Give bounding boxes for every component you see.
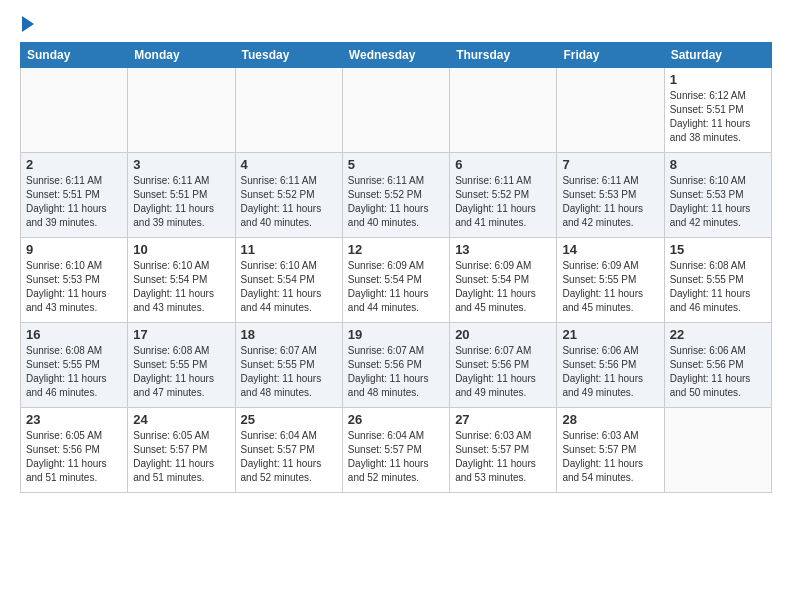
calendar-day-cell: 20Sunrise: 6:07 AM Sunset: 5:56 PM Dayli… — [450, 323, 557, 408]
day-info: Sunrise: 6:09 AM Sunset: 5:55 PM Dayligh… — [562, 259, 658, 315]
day-number: 16 — [26, 327, 122, 342]
day-number: 10 — [133, 242, 229, 257]
calendar-week-row: 1Sunrise: 6:12 AM Sunset: 5:51 PM Daylig… — [21, 68, 772, 153]
calendar-day-cell: 7Sunrise: 6:11 AM Sunset: 5:53 PM Daylig… — [557, 153, 664, 238]
day-number: 28 — [562, 412, 658, 427]
day-info: Sunrise: 6:08 AM Sunset: 5:55 PM Dayligh… — [133, 344, 229, 400]
day-info: Sunrise: 6:10 AM Sunset: 5:54 PM Dayligh… — [241, 259, 337, 315]
day-number: 6 — [455, 157, 551, 172]
calendar-day-cell: 27Sunrise: 6:03 AM Sunset: 5:57 PM Dayli… — [450, 408, 557, 493]
logo-triangle-icon — [22, 16, 34, 32]
day-number: 13 — [455, 242, 551, 257]
day-number: 21 — [562, 327, 658, 342]
calendar-week-row: 23Sunrise: 6:05 AM Sunset: 5:56 PM Dayli… — [21, 408, 772, 493]
calendar-day-cell: 19Sunrise: 6:07 AM Sunset: 5:56 PM Dayli… — [342, 323, 449, 408]
calendar-day-cell: 11Sunrise: 6:10 AM Sunset: 5:54 PM Dayli… — [235, 238, 342, 323]
calendar-day-cell: 22Sunrise: 6:06 AM Sunset: 5:56 PM Dayli… — [664, 323, 771, 408]
day-info: Sunrise: 6:07 AM Sunset: 5:55 PM Dayligh… — [241, 344, 337, 400]
page-header — [20, 20, 772, 32]
calendar-day-cell: 24Sunrise: 6:05 AM Sunset: 5:57 PM Dayli… — [128, 408, 235, 493]
calendar-day-cell: 18Sunrise: 6:07 AM Sunset: 5:55 PM Dayli… — [235, 323, 342, 408]
calendar-week-row: 16Sunrise: 6:08 AM Sunset: 5:55 PM Dayli… — [21, 323, 772, 408]
day-info: Sunrise: 6:05 AM Sunset: 5:57 PM Dayligh… — [133, 429, 229, 485]
day-number: 18 — [241, 327, 337, 342]
day-info: Sunrise: 6:04 AM Sunset: 5:57 PM Dayligh… — [348, 429, 444, 485]
calendar-day-cell — [235, 68, 342, 153]
day-info: Sunrise: 6:08 AM Sunset: 5:55 PM Dayligh… — [26, 344, 122, 400]
day-number: 4 — [241, 157, 337, 172]
calendar-day-cell: 2Sunrise: 6:11 AM Sunset: 5:51 PM Daylig… — [21, 153, 128, 238]
day-number: 11 — [241, 242, 337, 257]
day-info: Sunrise: 6:03 AM Sunset: 5:57 PM Dayligh… — [562, 429, 658, 485]
calendar-day-cell: 25Sunrise: 6:04 AM Sunset: 5:57 PM Dayli… — [235, 408, 342, 493]
weekday-header-saturday: Saturday — [664, 43, 771, 68]
logo — [20, 20, 34, 32]
calendar-day-cell — [664, 408, 771, 493]
calendar-day-cell: 23Sunrise: 6:05 AM Sunset: 5:56 PM Dayli… — [21, 408, 128, 493]
day-info: Sunrise: 6:07 AM Sunset: 5:56 PM Dayligh… — [348, 344, 444, 400]
day-number: 27 — [455, 412, 551, 427]
calendar-day-cell: 10Sunrise: 6:10 AM Sunset: 5:54 PM Dayli… — [128, 238, 235, 323]
day-number: 25 — [241, 412, 337, 427]
calendar-day-cell — [128, 68, 235, 153]
day-info: Sunrise: 6:11 AM Sunset: 5:52 PM Dayligh… — [455, 174, 551, 230]
day-number: 8 — [670, 157, 766, 172]
calendar-day-cell: 1Sunrise: 6:12 AM Sunset: 5:51 PM Daylig… — [664, 68, 771, 153]
day-number: 9 — [26, 242, 122, 257]
calendar-day-cell: 5Sunrise: 6:11 AM Sunset: 5:52 PM Daylig… — [342, 153, 449, 238]
day-info: Sunrise: 6:10 AM Sunset: 5:53 PM Dayligh… — [26, 259, 122, 315]
calendar-table: SundayMondayTuesdayWednesdayThursdayFrid… — [20, 42, 772, 493]
day-info: Sunrise: 6:11 AM Sunset: 5:51 PM Dayligh… — [133, 174, 229, 230]
day-number: 14 — [562, 242, 658, 257]
calendar-day-cell: 26Sunrise: 6:04 AM Sunset: 5:57 PM Dayli… — [342, 408, 449, 493]
day-number: 17 — [133, 327, 229, 342]
day-info: Sunrise: 6:07 AM Sunset: 5:56 PM Dayligh… — [455, 344, 551, 400]
day-number: 1 — [670, 72, 766, 87]
calendar-day-cell — [342, 68, 449, 153]
day-info: Sunrise: 6:06 AM Sunset: 5:56 PM Dayligh… — [670, 344, 766, 400]
day-info: Sunrise: 6:06 AM Sunset: 5:56 PM Dayligh… — [562, 344, 658, 400]
weekday-header-monday: Monday — [128, 43, 235, 68]
calendar-day-cell: 12Sunrise: 6:09 AM Sunset: 5:54 PM Dayli… — [342, 238, 449, 323]
calendar-day-cell: 8Sunrise: 6:10 AM Sunset: 5:53 PM Daylig… — [664, 153, 771, 238]
day-info: Sunrise: 6:11 AM Sunset: 5:53 PM Dayligh… — [562, 174, 658, 230]
day-info: Sunrise: 6:10 AM Sunset: 5:53 PM Dayligh… — [670, 174, 766, 230]
day-info: Sunrise: 6:11 AM Sunset: 5:52 PM Dayligh… — [348, 174, 444, 230]
calendar-day-cell: 28Sunrise: 6:03 AM Sunset: 5:57 PM Dayli… — [557, 408, 664, 493]
day-info: Sunrise: 6:12 AM Sunset: 5:51 PM Dayligh… — [670, 89, 766, 145]
day-number: 7 — [562, 157, 658, 172]
day-info: Sunrise: 6:09 AM Sunset: 5:54 PM Dayligh… — [455, 259, 551, 315]
day-number: 24 — [133, 412, 229, 427]
day-number: 23 — [26, 412, 122, 427]
calendar-day-cell: 15Sunrise: 6:08 AM Sunset: 5:55 PM Dayli… — [664, 238, 771, 323]
weekday-header-friday: Friday — [557, 43, 664, 68]
day-number: 3 — [133, 157, 229, 172]
day-info: Sunrise: 6:10 AM Sunset: 5:54 PM Dayligh… — [133, 259, 229, 315]
calendar-day-cell — [21, 68, 128, 153]
calendar-day-cell — [557, 68, 664, 153]
calendar-day-cell: 3Sunrise: 6:11 AM Sunset: 5:51 PM Daylig… — [128, 153, 235, 238]
day-number: 22 — [670, 327, 766, 342]
day-info: Sunrise: 6:08 AM Sunset: 5:55 PM Dayligh… — [670, 259, 766, 315]
calendar-day-cell — [450, 68, 557, 153]
day-info: Sunrise: 6:11 AM Sunset: 5:52 PM Dayligh… — [241, 174, 337, 230]
day-number: 5 — [348, 157, 444, 172]
day-number: 20 — [455, 327, 551, 342]
calendar-week-row: 9Sunrise: 6:10 AM Sunset: 5:53 PM Daylig… — [21, 238, 772, 323]
day-number: 19 — [348, 327, 444, 342]
day-number: 15 — [670, 242, 766, 257]
day-info: Sunrise: 6:05 AM Sunset: 5:56 PM Dayligh… — [26, 429, 122, 485]
weekday-header-tuesday: Tuesday — [235, 43, 342, 68]
calendar-day-cell: 17Sunrise: 6:08 AM Sunset: 5:55 PM Dayli… — [128, 323, 235, 408]
calendar-week-row: 2Sunrise: 6:11 AM Sunset: 5:51 PM Daylig… — [21, 153, 772, 238]
day-number: 2 — [26, 157, 122, 172]
day-info: Sunrise: 6:11 AM Sunset: 5:51 PM Dayligh… — [26, 174, 122, 230]
calendar-day-cell: 6Sunrise: 6:11 AM Sunset: 5:52 PM Daylig… — [450, 153, 557, 238]
calendar-day-cell: 16Sunrise: 6:08 AM Sunset: 5:55 PM Dayli… — [21, 323, 128, 408]
day-number: 12 — [348, 242, 444, 257]
weekday-header-thursday: Thursday — [450, 43, 557, 68]
calendar-header-row: SundayMondayTuesdayWednesdayThursdayFrid… — [21, 43, 772, 68]
day-number: 26 — [348, 412, 444, 427]
calendar-day-cell: 13Sunrise: 6:09 AM Sunset: 5:54 PM Dayli… — [450, 238, 557, 323]
calendar-day-cell: 9Sunrise: 6:10 AM Sunset: 5:53 PM Daylig… — [21, 238, 128, 323]
